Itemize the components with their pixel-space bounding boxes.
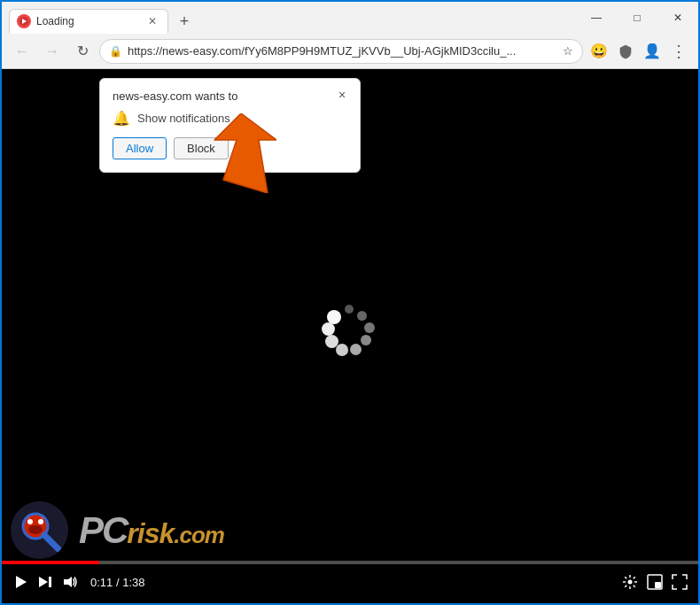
- back-icon: ←: [15, 43, 29, 59]
- ctrl-right: [622, 574, 688, 590]
- reload-button[interactable]: ↻: [69, 38, 96, 65]
- reload-icon: ↻: [77, 43, 89, 59]
- shield-icon[interactable]: [613, 39, 638, 64]
- time-display: 0:11 / 1:38: [90, 576, 144, 589]
- minimize-button[interactable]: —: [576, 2, 617, 34]
- bookmark-icon[interactable]: ☆: [563, 44, 573, 58]
- tab-title: Loading: [36, 15, 139, 27]
- tab-area: Loading ✕ +: [2, 2, 576, 34]
- svg-point-4: [38, 519, 43, 524]
- volume-button[interactable]: [62, 574, 78, 590]
- spinner: [323, 305, 377, 358]
- svg-rect-17: [655, 582, 661, 588]
- more-options-icon[interactable]: ⋮: [666, 39, 691, 64]
- settings-button[interactable]: [622, 574, 638, 590]
- svg-point-5: [28, 525, 43, 534]
- allow-button[interactable]: Allow: [113, 137, 167, 159]
- miniplayer-button[interactable]: [647, 574, 663, 590]
- svg-line-8: [44, 535, 58, 549]
- tab-favicon: [17, 14, 31, 28]
- window-controls: — □ ✕: [576, 2, 698, 34]
- new-tab-button[interactable]: +: [172, 9, 197, 34]
- popup-notification-label: Show notifications: [137, 112, 230, 125]
- bell-icon: 🔔: [113, 110, 130, 127]
- progress-fill: [2, 561, 99, 564]
- forward-button[interactable]: →: [39, 38, 66, 65]
- maximize-button[interactable]: □: [617, 2, 657, 34]
- pcrisk-logo: [11, 501, 68, 559]
- block-button[interactable]: Block: [174, 137, 229, 159]
- active-tab[interactable]: Loading ✕: [9, 9, 168, 34]
- navbar: ← → ↻ 🔒 https://news-easy.com/fYy6M8PP9H…: [2, 34, 698, 69]
- video-controls: 0:11 / 1:38: [2, 561, 698, 603]
- popup-buttons: Allow Block: [113, 137, 347, 159]
- popup-title: news-easy.com wants to: [113, 89, 347, 103]
- next-button[interactable]: [37, 574, 53, 590]
- popup-close-button[interactable]: ×: [333, 86, 351, 104]
- svg-rect-13: [49, 577, 51, 587]
- pcrisk-text-logo: PCrisk.com: [79, 509, 224, 552]
- toolbar-icons: 😀 👤 ⋮: [587, 39, 691, 64]
- loading-spinner: [323, 305, 377, 358]
- svg-point-15: [628, 580, 633, 585]
- svg-point-3: [27, 519, 33, 524]
- play-button[interactable]: [12, 574, 28, 590]
- close-button[interactable]: ✕: [657, 2, 698, 34]
- fullscreen-button[interactable]: [672, 574, 688, 590]
- address-text: https://news-easy.com/fYy6M8PP9H9MTUZ_jK…: [128, 44, 557, 58]
- back-button[interactable]: ←: [9, 38, 35, 65]
- svg-marker-11: [16, 576, 27, 588]
- svg-marker-14: [64, 577, 72, 587]
- pcrisk-overlay: PCrisk.com: [11, 501, 224, 559]
- browser-window: Loading ✕ + — □ ✕ ← → ↻ 🔒 https://news-e…: [0, 0, 700, 605]
- lock-icon: 🔒: [109, 45, 122, 58]
- notification-popup: × news-easy.com wants to 🔔 Show notifica…: [99, 78, 361, 173]
- emoji-icon[interactable]: 😀: [587, 39, 611, 64]
- titlebar: Loading ✕ + — □ ✕: [2, 2, 698, 34]
- tab-close-button[interactable]: ✕: [144, 13, 160, 29]
- forward-icon: →: [45, 43, 59, 59]
- address-bar[interactable]: 🔒 https://news-easy.com/fYy6M8PP9H9MTUZ_…: [99, 39, 583, 64]
- account-icon[interactable]: 👤: [640, 39, 665, 64]
- content-area: PCrisk.com × news-easy.com wants to 🔔 Sh…: [2, 69, 698, 603]
- svg-marker-12: [39, 577, 48, 587]
- popup-notification-row: 🔔 Show notifications: [113, 110, 347, 127]
- progress-bar[interactable]: [2, 561, 698, 564]
